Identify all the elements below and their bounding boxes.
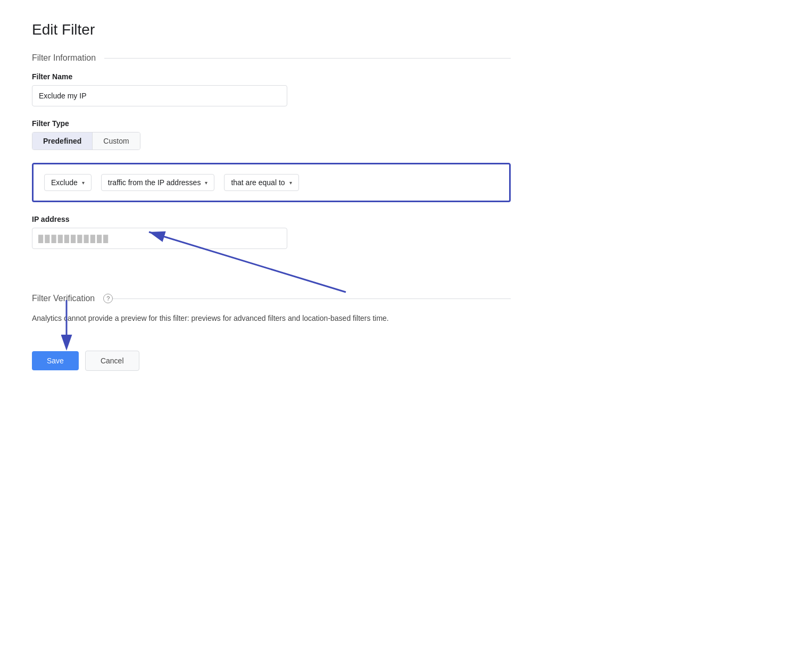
filter-name-input[interactable] xyxy=(32,85,287,106)
page-container: Edit Filter Filter Information Filter Na… xyxy=(32,21,511,371)
condition-dropdown-value: that are equal to xyxy=(231,178,285,187)
filter-type-group: Filter Type Predefined Custom xyxy=(32,119,511,150)
filter-info-label: Filter Information xyxy=(32,53,96,63)
filter-info-divider xyxy=(104,58,511,59)
exclude-dropdown-value: Exclude xyxy=(51,178,78,187)
exclude-dropdown[interactable]: Exclude ▾ xyxy=(44,174,92,191)
traffic-dropdown[interactable]: traffic from the IP addresses ▾ xyxy=(101,174,215,191)
predefined-filter-row: Exclude ▾ traffic from the IP addresses … xyxy=(32,163,511,202)
predefined-button[interactable]: Predefined xyxy=(32,132,93,150)
filter-info-section-header: Filter Information xyxy=(32,53,511,63)
filter-verification-divider xyxy=(113,298,511,299)
custom-button[interactable]: Custom xyxy=(93,132,139,150)
ip-address-group: IP address ███████████ xyxy=(32,215,511,249)
filter-type-label: Filter Type xyxy=(32,119,511,128)
filter-name-label: Filter Name xyxy=(32,72,511,81)
filter-verification-label: Filter Verification xyxy=(32,294,95,303)
filter-verification-section-header: Filter Verification ? xyxy=(32,294,511,303)
cancel-button[interactable]: Cancel xyxy=(85,351,139,371)
page-title: Edit Filter xyxy=(32,21,511,38)
spacer xyxy=(32,262,511,294)
filter-name-group: Filter Name xyxy=(32,72,511,106)
save-button[interactable]: Save xyxy=(32,351,79,370)
ip-address-input[interactable] xyxy=(32,228,287,249)
traffic-dropdown-value: traffic from the IP addresses xyxy=(108,178,201,187)
traffic-dropdown-arrow: ▾ xyxy=(205,180,207,186)
ip-address-label: IP address xyxy=(32,215,511,223)
condition-dropdown[interactable]: that are equal to ▾ xyxy=(224,174,298,191)
filter-type-button-group: Predefined Custom xyxy=(32,132,140,150)
condition-dropdown-arrow: ▾ xyxy=(289,180,292,186)
action-area: Save Cancel xyxy=(32,340,511,371)
help-icon[interactable]: ? xyxy=(103,294,113,303)
action-buttons: Save Cancel xyxy=(32,351,511,371)
verification-text: Analytics cannot provide a preview for t… xyxy=(32,313,511,324)
save-arrow-annotation xyxy=(32,297,138,351)
exclude-dropdown-arrow: ▾ xyxy=(82,180,85,186)
